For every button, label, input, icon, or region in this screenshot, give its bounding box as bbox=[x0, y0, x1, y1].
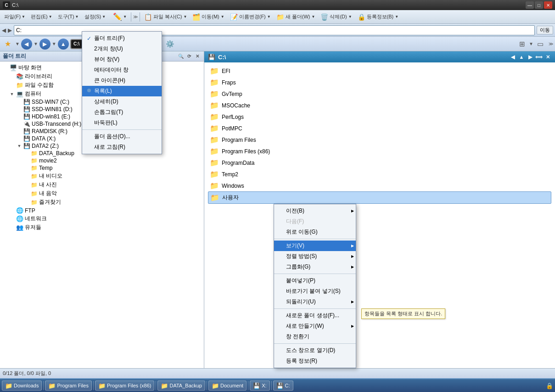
info-button[interactable]: 🔒 등록정보(B) ▼ bbox=[355, 11, 401, 23]
file-item-windows[interactable]: 📁 Windows bbox=[208, 180, 551, 191]
back-small-btn[interactable]: ◀ bbox=[2, 27, 6, 34]
tree-item-ftp[interactable]: 🌐 FTP bbox=[2, 207, 202, 214]
file-item-program-files[interactable]: 📁 Program Files bbox=[208, 134, 551, 146]
tree-item-my-video[interactable]: 📁 내 비디오 bbox=[2, 172, 202, 180]
minimize-button[interactable]: — bbox=[526, 1, 534, 9]
sync-icon[interactable]: ⟳ bbox=[185, 53, 193, 60]
menu-paste-shortcut[interactable]: 바로가기 붙여 넣기(S) bbox=[274, 286, 356, 297]
submenu-folder-tree[interactable]: ✓ 폴더 트리(F) bbox=[82, 33, 162, 44]
close-button[interactable]: ✕ bbox=[544, 1, 552, 9]
usb-h-icon: 🔌 bbox=[23, 121, 30, 127]
tree-item-users[interactable]: 👥 유저들 bbox=[2, 223, 202, 232]
tree-item-temp[interactable]: 📁 Temp bbox=[2, 164, 202, 172]
menu-paste[interactable]: 붙여넣기(P) bbox=[274, 275, 356, 286]
nav-more: ≫ bbox=[549, 41, 553, 46]
favorites-button[interactable]: ★ bbox=[2, 38, 14, 50]
submenu-viewer[interactable]: 뷰어 창(V) bbox=[82, 54, 162, 65]
tree-label-my-photo: 내 사진 bbox=[39, 181, 57, 189]
new-folder-button[interactable]: 📁 새 폴더(W) ▼ bbox=[274, 11, 318, 23]
taskbar-downloads[interactable]: 📁 Downloads bbox=[2, 381, 42, 391]
file-item-efi[interactable]: 📁 EFI bbox=[208, 65, 551, 77]
tree-label-usb-h: USB-Transcend (H:) bbox=[32, 121, 81, 127]
menu-switch[interactable]: 창 전환기 bbox=[274, 331, 356, 342]
edit-menu-button[interactable]: 편집(E) ▼ bbox=[28, 11, 55, 23]
tree-item-find[interactable]: 📁 즐겨찾기 bbox=[2, 198, 202, 207]
tools-menu-button[interactable]: 도구(T) ▼ bbox=[56, 11, 81, 23]
search-icon[interactable]: 🔍 bbox=[177, 53, 185, 60]
submenu-metadata-label: 메타데이터 창 bbox=[94, 66, 129, 74]
menu-view[interactable]: 보기(V) bbox=[274, 241, 356, 251]
file-menu-button[interactable]: 파일(F) ▼ bbox=[2, 11, 28, 23]
menu-new[interactable]: 새로 만들기(W) bbox=[274, 321, 356, 331]
settings2-button[interactable]: ⚙️ bbox=[164, 38, 176, 50]
submenu-detail[interactable]: 상세히(D) bbox=[82, 96, 162, 107]
submenu-thumbnail[interactable]: 손톱그림(T) bbox=[82, 107, 162, 118]
menu-new-folder[interactable]: 새로운 폴더 생성(F)... bbox=[274, 310, 356, 321]
panel-nav-up[interactable]: ▲ bbox=[518, 53, 525, 61]
copy-button[interactable]: 📋 파일 복사(C) ▼ bbox=[142, 11, 189, 23]
forward-button[interactable]: ▶ bbox=[39, 39, 50, 50]
submenu-folder-options[interactable]: 폴더 옵션(O)... bbox=[82, 131, 162, 142]
file-item-programdata[interactable]: 📁 ProgramData bbox=[208, 157, 551, 168]
submenu-board[interactable]: 바둑판(L) bbox=[82, 118, 162, 128]
file-item-temp2[interactable]: 📁 Temp2 bbox=[208, 168, 551, 180]
maximize-button[interactable]: □ bbox=[535, 1, 543, 9]
file-item-msocache[interactable]: 📁 MSOCache bbox=[208, 100, 551, 111]
tree-arrow-users bbox=[9, 225, 15, 230]
settings-menu-button[interactable]: 설정(S) ▼ bbox=[82, 11, 108, 23]
menu-undo[interactable]: 되돌리기(U) bbox=[274, 297, 356, 307]
submenu-viewer-label: 뷰어 창(V) bbox=[94, 56, 119, 63]
view-toggle-btn[interactable]: ⊞ bbox=[516, 38, 528, 50]
file-item-perflogs[interactable]: 📁 PerfLogs bbox=[208, 111, 551, 123]
file-item-potmpc[interactable]: 📁 PotMPC bbox=[208, 123, 551, 134]
taskbar-document[interactable]: 📁 Document bbox=[208, 381, 247, 391]
cmd-button[interactable]: C:\ bbox=[70, 39, 83, 49]
view-submenu: ✓ 폴더 트리(F) 2개의 창(U) 뷰어 창(V) 메타데이터 창 큰 아이… bbox=[82, 31, 162, 154]
menu-back[interactable]: 이전(B) bbox=[274, 206, 356, 216]
up-button[interactable]: ▲ bbox=[58, 39, 69, 50]
submenu-metadata[interactable]: 메타데이터 창 bbox=[82, 65, 162, 75]
taskbar-program-files[interactable]: 📁 Program Files bbox=[45, 381, 91, 391]
panel-nav-right[interactable]: ▶ bbox=[527, 53, 534, 61]
taskbar-program-files-x86[interactable]: 📁 Program Files (x86) bbox=[95, 381, 155, 391]
panel-expand[interactable]: ⟺ bbox=[535, 53, 543, 61]
panel-close[interactable]: ✕ bbox=[544, 53, 551, 61]
menu-up[interactable]: 위로 이동(G) bbox=[274, 227, 356, 237]
file-item-gvtemp[interactable]: 📁 GvTemp bbox=[208, 88, 551, 100]
file-item-users-folder[interactable]: 📁 사용자 bbox=[208, 191, 551, 204]
folder-icon-msocache: 📁 bbox=[210, 101, 219, 110]
data-x-icon: 💾 bbox=[23, 135, 30, 142]
address-label: ▶ bbox=[8, 27, 12, 34]
taskbar-x-drive[interactable]: 💾 X: bbox=[250, 381, 269, 391]
submenu-two-panel[interactable]: 2개의 창(U) bbox=[82, 44, 162, 54]
title-bar: C C:\ — □ ✕ bbox=[0, 0, 555, 10]
close-panel-icon[interactable]: ✕ bbox=[194, 53, 201, 60]
menu-forward[interactable]: 다음(F) bbox=[274, 216, 356, 227]
menu-group[interactable]: 그룹화(G) bbox=[274, 262, 356, 272]
address-go-btn[interactable]: 이동 bbox=[537, 26, 553, 34]
submenu-large-icon[interactable]: 큰 아이콘(H) bbox=[82, 75, 162, 86]
menu-paste-label: 붙여넣기(P) bbox=[286, 277, 315, 285]
submenu-list[interactable]: 목록(L) bbox=[82, 86, 162, 96]
tree-item-my-photo[interactable]: 📁 내 사진 bbox=[2, 180, 202, 189]
submenu-refresh[interactable]: 새로 고침(R) bbox=[82, 142, 162, 152]
panel-toggle-btn[interactable]: ▭ bbox=[534, 38, 546, 50]
tree-item-network[interactable]: 🌐 네트워크 bbox=[2, 214, 202, 223]
file-item-program-files-x86[interactable]: 📁 Program Files (x86) bbox=[208, 146, 551, 157]
back-button[interactable]: ◀ bbox=[21, 39, 32, 50]
submenu-large-icon-label: 큰 아이콘(H) bbox=[94, 77, 125, 84]
file-item-fraps[interactable]: 📁 Fraps bbox=[208, 77, 551, 88]
panel-nav-left[interactable]: ◀ bbox=[509, 53, 516, 61]
menu-sort[interactable]: 정렬 방법(S) bbox=[274, 251, 356, 262]
submenu-board-label: 바둑판(L) bbox=[94, 119, 118, 127]
taskbar-data-backup[interactable]: 📁 DATA_Backup bbox=[157, 381, 205, 391]
delete-button[interactable]: 🗑️ 삭제(D) ▼ bbox=[318, 11, 354, 23]
taskbar-c-drive[interactable]: 💾 C: bbox=[273, 381, 293, 391]
menu-properties[interactable]: 등록 정보(R) bbox=[274, 356, 356, 366]
move-button[interactable]: 🗂️ 이동(M) ▼ bbox=[190, 11, 226, 23]
tree-item-my-music[interactable]: 📁 내 음악 bbox=[2, 189, 202, 198]
menu-cmd[interactable]: 도스 창으로 열기(D) bbox=[274, 345, 356, 356]
pencil-button[interactable]: ✏️ ▼ bbox=[111, 11, 129, 23]
tree-item-movie2[interactable]: 📁 movie2 bbox=[2, 157, 202, 164]
rename-button[interactable]: 📝 이름변경(F) ▼ bbox=[228, 11, 273, 23]
